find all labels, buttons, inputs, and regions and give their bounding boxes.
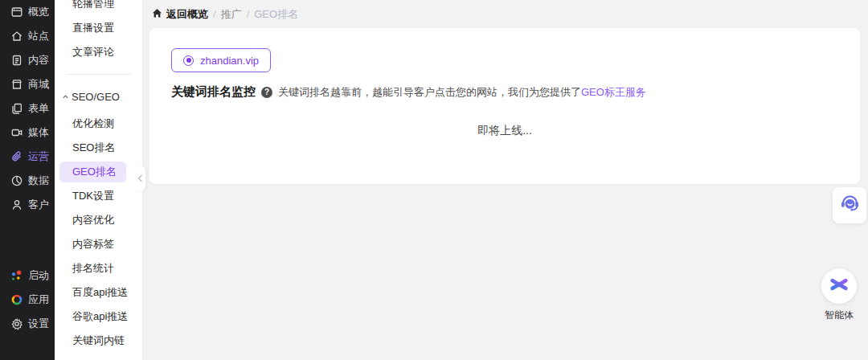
headset-icon: [839, 193, 861, 218]
breadcrumb: 返回概览 / 推广 / GEO排名: [152, 0, 298, 28]
coming-soon-text: 即将上线...: [171, 124, 838, 138]
submenu-item-content-tags[interactable]: 内容标签: [55, 232, 142, 256]
data-icon: [10, 174, 23, 187]
submenu-item-keyword-links[interactable]: 关键词内链: [55, 329, 142, 353]
sidebar-item-label: 内容: [28, 53, 49, 68]
submenu-group-seo-geo[interactable]: SEO/GEO: [55, 84, 142, 108]
submenu-item-optimize-check[interactable]: 优化检测: [55, 112, 142, 136]
site-icon: [10, 30, 23, 43]
media-icon: [10, 126, 23, 139]
section-title: 关键词排名监控: [171, 84, 256, 100]
content-icon: [10, 54, 23, 67]
sidebar-item-label: 站点: [28, 29, 49, 43]
sidebar-item-overview[interactable]: 概览: [0, 0, 55, 24]
form-icon: [10, 102, 23, 115]
submenu-item-google-api[interactable]: 谷歌api推送: [55, 305, 142, 329]
site-tab-label: zhandian.vip: [200, 55, 259, 67]
sidebar-item-label: 设置: [28, 317, 49, 331]
radio-selected-icon: [183, 55, 194, 66]
sidebar-item-label: 应用: [28, 292, 49, 307]
submenu-item-seo-rank[interactable]: SEO排名: [55, 136, 142, 160]
sidebar-item-label: 数据: [28, 174, 49, 188]
sidebar-item-label: 客户: [28, 198, 49, 212]
sidebar-item-apps[interactable]: 应用: [0, 288, 55, 312]
sidebar-item-settings[interactable]: 设置: [0, 312, 55, 336]
help-icon[interactable]: ?: [261, 87, 272, 98]
asterisk-icon: [829, 274, 850, 298]
launch-icon: [10, 269, 23, 282]
sidebar-item-media[interactable]: 媒体: [0, 121, 55, 145]
submenu-item-geo-rank[interactable]: GEO排名: [59, 162, 126, 182]
breadcrumb-item-promotion[interactable]: 推广: [221, 7, 242, 22]
ai-agent-label: 智能体: [818, 309, 860, 322]
sidebar-item-site[interactable]: 站点: [0, 24, 55, 48]
overview-icon: [10, 6, 23, 18]
section-header: 关键词排名监控 ? 关键词排名越靠前，越能引导客户点击您的网站，我们为您提供了 …: [171, 84, 838, 100]
submenu-item-content-optimize[interactable]: 内容优化: [55, 208, 142, 232]
ai-agent-button[interactable]: [821, 268, 857, 304]
sidebar-item-label: 运营: [28, 149, 49, 164]
sidebar-item-label: 启动: [28, 268, 49, 283]
sidebar-item-content[interactable]: 内容: [0, 48, 55, 72]
geo-service-link[interactable]: GEO标王服务: [581, 85, 646, 100]
submenu-item-live[interactable]: 直播设置: [55, 16, 142, 40]
content-card: zhandian.vip 关键词排名监控 ? 关键词排名越靠前，越能引导客户点击…: [149, 28, 860, 184]
customer-service-button[interactable]: [833, 187, 866, 223]
apps-icon: [10, 293, 23, 306]
breadcrumb-separator: /: [247, 8, 250, 20]
submenu-item-comments[interactable]: 文章评论: [55, 40, 142, 64]
chevron-up-icon: [62, 91, 69, 103]
operation-icon: [10, 150, 23, 163]
breadcrumb-home[interactable]: 返回概览: [152, 7, 208, 22]
breadcrumb-home-label: 返回概览: [166, 7, 208, 22]
sidebar-item-label: 概览: [28, 5, 49, 19]
sidebar-item-customer[interactable]: 客户: [0, 193, 55, 217]
breadcrumb-current-page: GEO排名: [254, 7, 298, 22]
submenu-item-baidu-api[interactable]: 百度api推送: [55, 280, 142, 305]
primary-sidebar: 概览 站点 内容 商城 表单 媒体 运营 数据 客户 启动 应用: [0, 0, 55, 360]
section-description: 关键词排名越靠前，越能引导客户点击您的网站，我们为您提供了: [278, 85, 581, 100]
submenu-item-tdk[interactable]: TDK设置: [55, 184, 142, 208]
ai-agent-widget: 智能体: [818, 268, 860, 322]
sidebar-item-label: 媒体: [28, 125, 49, 140]
submenu-group-label: SEO/GEO: [72, 91, 120, 103]
mall-icon: [10, 78, 23, 91]
secondary-sidebar: 轮播管理 直播设置 文章评论 SEO/GEO 优化检测 SEO排名 GEO排名 …: [55, 0, 143, 360]
submenu-item-rank-stats[interactable]: 排名统计: [55, 256, 142, 280]
sidebar-item-form[interactable]: 表单: [0, 96, 55, 121]
submenu-divider: [66, 74, 131, 75]
home-icon: [152, 8, 162, 21]
sidebar-item-label: 商城: [28, 77, 49, 92]
customer-icon: [10, 198, 23, 211]
breadcrumb-separator: /: [213, 8, 216, 20]
sidebar-item-label: 表单: [28, 101, 49, 116]
sidebar-bottom-group: 启动 应用 设置: [0, 264, 55, 336]
sidebar-collapse-handle[interactable]: [135, 166, 145, 191]
submenu-list: 轮播管理 直播设置 文章评论 SEO/GEO 优化检测 SEO排名 GEO排名 …: [55, 0, 142, 353]
sidebar-item-operation[interactable]: 运营: [0, 145, 55, 169]
settings-icon: [10, 317, 23, 330]
sidebar-item-mall[interactable]: 商城: [0, 72, 55, 96]
sidebar-item-launch[interactable]: 启动: [0, 264, 55, 288]
main-area: 返回概览 / 推广 / GEO排名 zhandian.vip 关键词排名监控 ?…: [143, 0, 868, 360]
sidebar-item-data[interactable]: 数据: [0, 169, 55, 193]
chevron-left-icon: [137, 171, 143, 186]
site-tab-zhandian[interactable]: zhandian.vip: [171, 48, 271, 72]
submenu-item-carousel[interactable]: 轮播管理: [55, 0, 142, 16]
